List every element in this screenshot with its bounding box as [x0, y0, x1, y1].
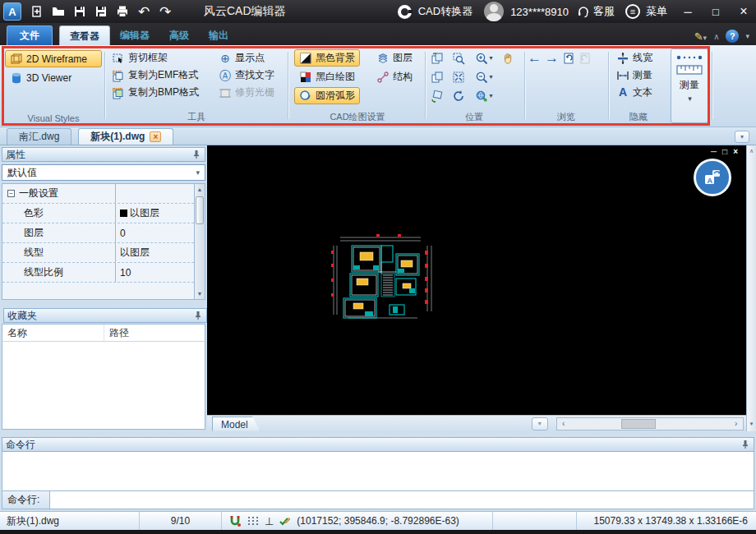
zoom-in-dropdown-icon[interactable]: ▾	[489, 54, 492, 62]
smooth-arc-button[interactable]: 圆滑弧形	[294, 87, 360, 104]
layout-expand-button[interactable]: ▾	[532, 417, 548, 430]
command-pin-icon[interactable]	[740, 440, 750, 449]
next-page-icon[interactable]	[579, 52, 592, 65]
scroll-thumb[interactable]	[196, 196, 204, 224]
viewer-3d-button[interactable]: 3D Viewer	[5, 69, 102, 86]
scroll-down-icon[interactable]: ▼	[195, 288, 205, 299]
hscroll-left-icon[interactable]: ‹	[557, 418, 570, 430]
tab-advanced[interactable]: 高级	[159, 25, 199, 45]
collapse-ribbon-icon[interactable]: ∧	[713, 32, 719, 41]
clip-frame-button[interactable]: 剪切框架	[107, 49, 204, 67]
zoom-extents-dropdown-icon[interactable]: ▾	[489, 92, 492, 99]
ortho-icon[interactable]: ⊥	[265, 515, 274, 527]
new-file-button[interactable]	[26, 2, 48, 21]
save-button[interactable]	[69, 2, 90, 21]
measure-tool-button[interactable]: 测量 ▾	[671, 48, 708, 123]
convert-floating-button[interactable]: A	[694, 159, 731, 196]
find-text-button[interactable]: Ⓐ 查找文字	[214, 67, 279, 84]
rotate-angle-button[interactable]	[427, 87, 447, 105]
copy-view-button[interactable]	[427, 68, 447, 86]
doc-tab-xinkuai[interactable]: 新块(1).dwg ×	[78, 128, 173, 145]
scroll-up-icon[interactable]: ▲	[195, 184, 205, 195]
favorites-col-name[interactable]: 名称	[2, 325, 104, 341]
canvas-vscrollbar[interactable]: ∧ ▾	[746, 145, 756, 431]
measure-dropdown-icon[interactable]: ▾	[688, 94, 692, 103]
pan-button[interactable]	[498, 49, 518, 67]
help-dropdown-icon[interactable]: ▾	[745, 32, 749, 40]
property-group-row[interactable]: −一般设置	[2, 184, 194, 204]
close-button[interactable]: ×	[731, 2, 756, 21]
doc-minimize-icon[interactable]: ─	[711, 147, 717, 156]
undo-button[interactable]: ↶	[133, 2, 154, 21]
pin-icon[interactable]	[191, 150, 201, 159]
drawing-canvas[interactable]: ─ □ × A	[207, 145, 746, 415]
next-view-button[interactable]: →	[545, 50, 559, 67]
osnap-magnet-icon[interactable]	[228, 514, 242, 527]
collapse-minus-icon[interactable]: −	[7, 190, 15, 197]
hscroll-thumb[interactable]	[621, 419, 656, 429]
maximize-button[interactable]: □	[703, 2, 728, 21]
tab-close-icon[interactable]: ×	[150, 131, 161, 142]
menu-button[interactable]: 菜单	[646, 4, 667, 19]
cad-converter-button[interactable]: CAD转换器	[418, 4, 472, 19]
rotate-view-button[interactable]	[427, 49, 447, 67]
zoom-fit-button[interactable]	[449, 68, 468, 86]
bw-drawing-button[interactable]: 黑白绘图	[294, 68, 360, 85]
zoom-out-button[interactable]: ▾	[470, 68, 498, 86]
trim-raster-button[interactable]: 修剪光栅	[214, 84, 279, 101]
canvas-scroll-up-icon[interactable]: ∧	[747, 145, 756, 157]
prev-page-icon[interactable]	[562, 52, 575, 65]
tab-editor[interactable]: 编辑器	[110, 25, 159, 45]
pencil-dropdown-icon[interactable]: ▾	[703, 34, 708, 42]
model-tab[interactable]: Model	[212, 417, 260, 431]
print-button[interactable]	[112, 2, 133, 21]
canvas-hscrollbar[interactable]: ‹ ›	[556, 417, 744, 430]
favorites-col-path[interactable]: 路径	[104, 326, 129, 340]
open-file-button[interactable]	[48, 2, 69, 21]
zoom-in-button[interactable]: ▾	[470, 49, 498, 67]
tabstrip-overflow-button[interactable]: ▾	[735, 131, 749, 143]
copy-bmp-button[interactable]: BMP 复制为BMP格式	[107, 84, 204, 101]
favorites-pin-icon[interactable]	[193, 311, 203, 320]
zoom-extents-button[interactable]: ▾	[470, 87, 498, 105]
hide-text-button[interactable]: A 文本	[611, 84, 657, 101]
property-row-linetype[interactable]: 线型 以图层	[2, 243, 194, 263]
hide-linewidth-button[interactable]: 线宽	[611, 49, 657, 67]
wireframe-2d-button[interactable]: 2D Wireframe	[5, 50, 102, 67]
doc-tab-nanhui[interactable]: 南汇.dwg	[7, 128, 71, 145]
show-points-button[interactable]: ⊕ 显示点	[214, 49, 279, 67]
minimize-button[interactable]: ─	[675, 2, 700, 21]
save-as-pdf-button[interactable]	[90, 2, 112, 21]
grid-snap-icon[interactable]	[247, 514, 260, 527]
tab-viewer[interactable]: 查看器	[59, 25, 110, 45]
black-background-button[interactable]: 黑色背景	[294, 49, 360, 67]
hscroll-right-icon[interactable]: ›	[730, 418, 743, 430]
preset-dropdown[interactable]: 默认值 ▾	[2, 164, 205, 181]
app-icon[interactable]: A	[3, 2, 21, 21]
command-input[interactable]	[50, 491, 754, 509]
property-row-layer[interactable]: 图层 0	[2, 223, 194, 243]
annotate-button[interactable]: ✎▾	[694, 30, 707, 43]
property-row-color[interactable]: 色彩 以图层	[2, 204, 194, 223]
properties-scrollbar[interactable]: ▲ ▼	[194, 183, 205, 300]
doc-restore-icon[interactable]: □	[722, 147, 727, 156]
favorites-list[interactable]	[2, 342, 205, 430]
user-avatar[interactable]	[484, 2, 504, 21]
redo-button[interactable]: ↷	[154, 2, 176, 21]
property-row-ltscale[interactable]: 线型比例 10	[2, 263, 194, 283]
tab-output[interactable]: 输出	[199, 25, 238, 45]
copy-emf-button[interactable]: EMF 复制为EMF格式	[107, 67, 204, 84]
help-button[interactable]: ?	[726, 30, 739, 43]
command-history[interactable]	[2, 452, 754, 491]
doc-close-icon[interactable]: ×	[733, 147, 738, 156]
support-button[interactable]: 客服	[593, 4, 615, 19]
tab-file[interactable]: 文件	[7, 25, 53, 45]
canvas-scroll-down-icon[interactable]: ▾	[747, 418, 756, 430]
draw-check-icon[interactable]	[279, 514, 292, 527]
prev-view-button[interactable]: ←	[528, 50, 542, 67]
refresh-view-button[interactable]	[449, 87, 468, 105]
zoom-window-button[interactable]	[449, 49, 468, 67]
structure-button[interactable]: 结构	[371, 68, 417, 85]
zoom-out-dropdown-icon[interactable]: ▾	[489, 73, 492, 81]
hide-measure-button[interactable]: 测量	[611, 67, 657, 84]
